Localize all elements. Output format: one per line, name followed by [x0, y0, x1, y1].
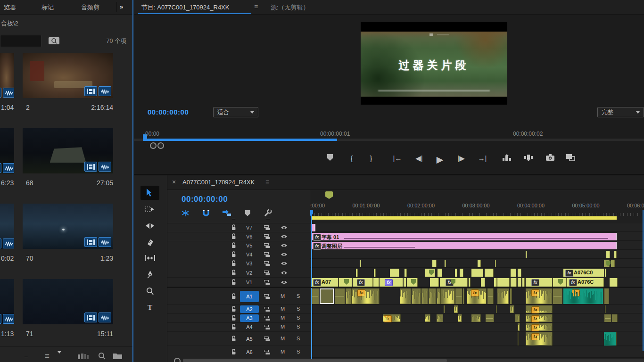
timeline-clip[interactable] — [496, 305, 497, 313]
playhead-head[interactable] — [310, 210, 313, 216]
track-lane-v4[interactable] — [310, 250, 644, 259]
zoom-tool[interactable] — [140, 284, 159, 298]
timeline-clip[interactable] — [494, 278, 497, 287]
timeline-clip[interactable] — [455, 288, 462, 304]
timeline-clip[interactable] — [511, 269, 516, 277]
add-marker-button[interactable] — [324, 154, 336, 161]
timeline-clip[interactable]: fx — [440, 278, 468, 287]
timeline-clip[interactable] — [486, 314, 494, 322]
track-name-v8[interactable]: V8 — [246, 219, 252, 220]
track-lane-a6[interactable] — [310, 346, 644, 358]
timeline-clip[interactable] — [469, 278, 471, 287]
track-lane-a4[interactable] — [310, 323, 644, 331]
track-output-eye-icon[interactable] — [281, 225, 288, 230]
project-item-thumbnail-partial[interactable] — [0, 128, 14, 173]
track-name-a2[interactable]: A2 — [240, 305, 259, 313]
timeline-clip[interactable]: fx — [380, 278, 403, 287]
tab-source-monitor[interactable]: 源:（无剪辑） — [271, 3, 309, 12]
tab-markers[interactable]: 标记 — [41, 3, 54, 12]
timeline-clip[interactable] — [611, 260, 615, 267]
track-name-v7[interactable]: V7 — [246, 225, 252, 230]
timeline-clip[interactable]: fx — [383, 314, 401, 322]
timeline-clip[interactable] — [610, 278, 618, 287]
timeline-clip[interactable]: fx — [467, 288, 487, 304]
track-name-v2[interactable]: V2 — [246, 270, 252, 276]
project-item-thumbnail[interactable] — [23, 279, 113, 324]
track-name-a1[interactable]: A1 — [240, 291, 259, 302]
timeline-clip[interactable] — [441, 288, 455, 304]
mute-toggle[interactable]: M — [281, 336, 285, 341]
timeline-clip[interactable] — [478, 260, 481, 267]
timeline-clip[interactable] — [429, 288, 436, 304]
track-output-eye-icon[interactable] — [281, 252, 288, 257]
breadcrumb[interactable]: 合板\2 — [1, 19, 18, 28]
sync-lock-icon[interactable] — [264, 225, 270, 230]
timeline-clip[interactable] — [320, 288, 334, 304]
timeline-clip[interactable] — [445, 260, 446, 267]
timeline-clip[interactable] — [437, 314, 443, 322]
timeline-clip[interactable] — [432, 260, 437, 267]
timeline-clip[interactable] — [458, 314, 462, 322]
mute-toggle[interactable]: M — [281, 315, 285, 321]
timeline-clip[interactable] — [471, 269, 483, 277]
linked-selection-icon[interactable] — [222, 209, 231, 217]
timeline-clip[interactable] — [497, 278, 510, 287]
timeline-clip[interactable] — [360, 260, 361, 267]
timeline-clip[interactable] — [487, 288, 494, 304]
timeline-clip[interactable]: fxA076C — [567, 278, 604, 287]
program-timecode[interactable]: 00:00:00:00 — [148, 108, 189, 116]
monitor-scrub-progress[interactable] — [144, 139, 337, 141]
project-item-thumbnail-partial[interactable] — [0, 53, 14, 98]
timeline-clip[interactable] — [518, 278, 521, 287]
timeline-clip[interactable] — [612, 314, 618, 322]
timeline-clip[interactable] — [390, 269, 399, 277]
timeline-clip[interactable] — [605, 305, 606, 313]
solo-toggle[interactable]: S — [297, 315, 300, 321]
timeline-clip[interactable] — [437, 288, 441, 304]
timeline-clip[interactable] — [605, 269, 606, 277]
sync-lock-icon[interactable] — [264, 234, 270, 239]
timeline-clip[interactable] — [404, 278, 406, 287]
selection-tool[interactable] — [140, 186, 159, 200]
solo-toggle[interactable]: S — [297, 306, 300, 312]
sync-lock-icon[interactable] — [264, 316, 270, 321]
mute-toggle[interactable]: M — [281, 306, 285, 312]
timeline-clip[interactable]: fx — [526, 288, 553, 304]
search-input[interactable] — [0, 35, 41, 47]
timeline-content[interactable]: 00:00:00:0000:01:00:0000:02:00:0000:03:0… — [310, 190, 644, 362]
timeline-clip[interactable] — [515, 314, 520, 322]
track-output-eye-icon[interactable] — [281, 271, 288, 275]
timeline-clip[interactable] — [335, 288, 345, 304]
timeline-clip[interactable] — [444, 305, 445, 313]
timeline-clip[interactable] — [400, 288, 411, 304]
timeline-settings-icon[interactable] — [263, 209, 272, 217]
track-lock-icon[interactable] — [231, 219, 236, 220]
track-lock-icon[interactable] — [231, 293, 236, 299]
type-tool[interactable]: T — [140, 300, 159, 314]
thumbnail-size-icon[interactable] — [78, 353, 90, 361]
track-lock-icon[interactable] — [231, 233, 236, 239]
pen-tool[interactable] — [140, 267, 159, 281]
sync-lock-icon[interactable] — [264, 261, 270, 266]
ripple-edit-tool[interactable] — [140, 219, 159, 233]
add-marker-icon[interactable] — [243, 209, 252, 217]
clip-v8-bar[interactable] — [311, 216, 617, 220]
step-back-button[interactable]: ◀| — [413, 154, 425, 163]
track-output-eye-icon[interactable] — [281, 280, 288, 285]
hscroll-thumb[interactable] — [183, 359, 447, 362]
go-to-in-button[interactable]: |← — [391, 154, 404, 162]
timeline-clip[interactable] — [510, 305, 514, 313]
timeline-clip[interactable] — [373, 278, 379, 287]
track-lock-icon[interactable] — [231, 315, 236, 321]
snap-toggle-icon[interactable] — [201, 209, 211, 217]
monitor-zoom-handle-right[interactable] — [157, 142, 164, 149]
sync-lock-icon[interactable] — [264, 325, 270, 330]
timeline-clip[interactable]: fx字幕 01 — [311, 233, 617, 240]
track-output-eye-icon[interactable] — [281, 261, 288, 266]
timeline-clip[interactable] — [460, 269, 463, 277]
tab-media-browser[interactable]: 览器 — [4, 3, 16, 12]
timeline-clip[interactable] — [425, 314, 430, 322]
timeline-clip[interactable]: fx调整图层 — [311, 242, 617, 249]
track-lock-icon[interactable] — [231, 242, 236, 248]
play-button[interactable]: ▶ — [434, 154, 446, 165]
